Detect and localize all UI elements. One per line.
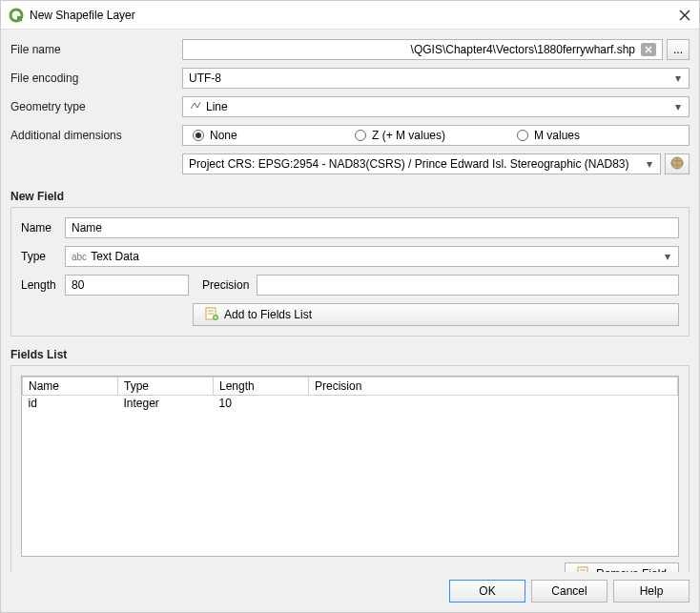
abc-icon: abc [72, 252, 87, 262]
cancel-button[interactable]: Cancel [531, 580, 607, 603]
svg-rect-1 [17, 16, 22, 21]
field-length-input[interactable] [65, 275, 189, 296]
geometry-type-combo[interactable]: Line ▾ [182, 96, 690, 117]
additional-dimensions-group: None Z (+ M values) M values [182, 125, 690, 146]
radio-m-label: M values [534, 129, 580, 142]
table-row[interactable]: idInteger10 [23, 396, 678, 412]
add-to-fields-list-label: Add to Fields List [224, 308, 312, 321]
file-name-label: File name [10, 43, 182, 56]
field-type-value: Text Data [91, 250, 139, 263]
radio-z-label: Z (+ M values) [372, 129, 445, 142]
chevron-down-icon: ▾ [643, 157, 656, 171]
clear-icon[interactable] [641, 43, 656, 56]
dialog-body: File name \QGIS\Chapter4\Vectors\1880fer… [1, 30, 699, 572]
browse-label: ... [673, 43, 683, 56]
radio-none[interactable]: None [193, 129, 355, 142]
additional-dimensions-label: Additional dimensions [10, 129, 182, 142]
crs-combo[interactable]: Project CRS: EPSG:2954 - NAD83(CSRS) / P… [182, 153, 661, 174]
window-title: New Shapefile Layer [30, 9, 678, 22]
browse-button[interactable]: ... [667, 39, 690, 60]
close-button[interactable] [678, 9, 691, 22]
col-type[interactable]: Type [118, 378, 214, 396]
radio-m[interactable]: M values [517, 129, 580, 142]
titlebar: New Shapefile Layer [1, 1, 699, 30]
fields-table[interactable]: Name Type Length Precision idInteger10 [21, 376, 679, 557]
field-name-input[interactable] [65, 217, 679, 238]
remove-field-button[interactable]: Remove Field [565, 562, 679, 572]
help-button[interactable]: Help [613, 580, 690, 603]
crs-value: Project CRS: EPSG:2954 - NAD83(CSRS) / P… [189, 157, 643, 171]
field-precision-input[interactable] [257, 275, 679, 296]
field-type-label: Type [21, 250, 61, 263]
radio-z[interactable]: Z (+ M values) [355, 129, 517, 142]
fields-list-group: Name Type Length Precision idInteger10 R… [10, 365, 690, 572]
field-type-combo[interactable]: abc Text Data ▾ [65, 246, 679, 267]
dialog-footer: OK Cancel Help [1, 572, 699, 612]
ok-button[interactable]: OK [449, 580, 525, 603]
file-encoding-label: File encoding [10, 72, 182, 85]
fields-list-section-title: Fields List [10, 348, 690, 361]
file-name-value: \QGIS\Chapter4\Vectors\1880ferrywharf.sh… [411, 43, 635, 56]
file-encoding-combo[interactable]: UTF-8 ▾ [182, 68, 690, 89]
chevron-down-icon: ▾ [671, 100, 685, 113]
new-field-group: Name Type abc Text Data ▾ Length Precisi… [10, 207, 690, 337]
radio-icon [355, 130, 366, 141]
field-precision-label: Precision [193, 278, 253, 292]
radio-icon [517, 130, 528, 141]
globe-icon [669, 155, 685, 174]
geometry-type-label: Geometry type [10, 100, 182, 113]
col-name[interactable]: Name [23, 378, 118, 396]
geometry-type-value: Line [206, 100, 228, 113]
cell-type: Integer [118, 396, 214, 412]
field-name-label: Name [21, 221, 61, 235]
chevron-down-icon: ▾ [661, 250, 674, 263]
field-length-label: Length [21, 278, 61, 292]
cell-name: id [23, 396, 118, 412]
dialog-new-shapefile-layer: New Shapefile Layer File name \QGIS\Chap… [0, 0, 700, 613]
cell-precision [309, 396, 678, 412]
select-crs-button[interactable] [665, 153, 690, 174]
col-precision[interactable]: Precision [309, 378, 678, 396]
file-encoding-value: UTF-8 [189, 72, 671, 85]
add-to-fields-list-button[interactable]: Add to Fields List [193, 303, 679, 326]
radio-none-label: None [210, 129, 237, 142]
file-name-input[interactable]: \QGIS\Chapter4\Vectors\1880ferrywharf.sh… [182, 39, 663, 60]
cell-length: 10 [214, 396, 309, 412]
radio-icon [193, 130, 204, 141]
chevron-down-icon: ▾ [671, 72, 685, 85]
add-field-icon [205, 307, 218, 323]
col-length[interactable]: Length [214, 378, 309, 396]
qgis-logo-icon [9, 8, 24, 23]
new-field-section-title: New Field [10, 190, 690, 203]
line-icon [189, 99, 202, 115]
